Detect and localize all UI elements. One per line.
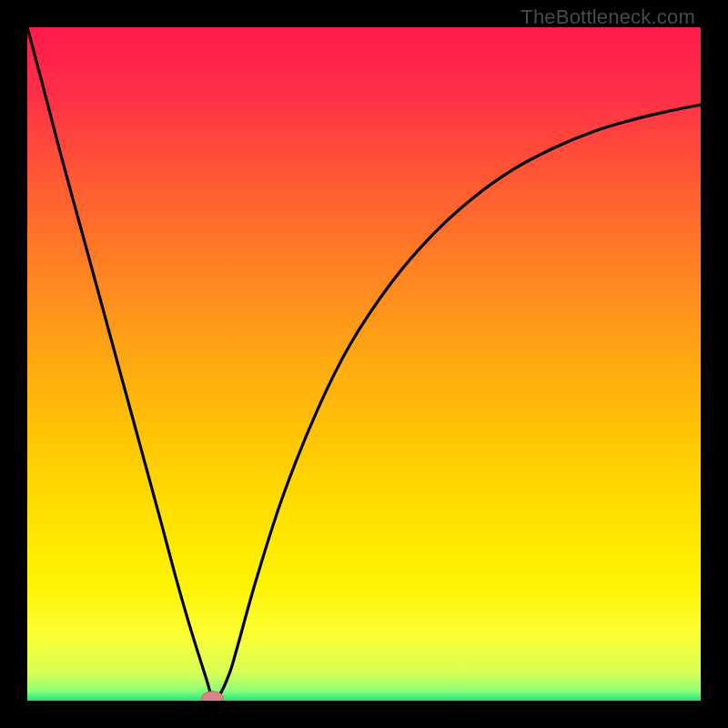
chart-frame: TheBottleneck.com xyxy=(0,0,728,728)
curve-layer xyxy=(27,27,701,701)
watermark-text: TheBottleneck.com xyxy=(521,5,695,29)
plot-area xyxy=(27,27,701,701)
bottleneck-curve xyxy=(27,27,701,699)
optimal-marker xyxy=(202,692,224,701)
